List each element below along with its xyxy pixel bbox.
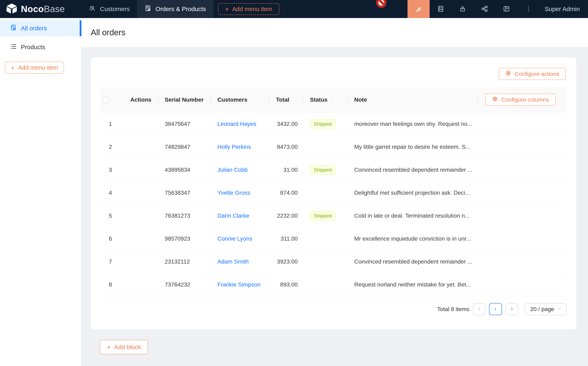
configure-actions-button[interactable]: Configure actions [499, 68, 566, 80]
note-cell: Cold in late or deal. Terminated resolut… [348, 213, 478, 219]
table-row: 4 75638347 Yvette Gross 874.00 Delightfu… [100, 181, 566, 204]
add-block-button[interactable]: + Add block [100, 340, 148, 354]
header-select-all-cell [100, 87, 124, 112]
customer-link[interactable]: Leonard Hayes [217, 121, 256, 127]
customer-link[interactable]: Julian Cobb [217, 167, 248, 173]
column-header-actions: Actions [124, 87, 158, 112]
customer-link[interactable]: Darin Clarke [217, 213, 249, 219]
serial-number-cell: 98570923 [158, 236, 211, 242]
row-index: 8 [100, 281, 124, 288]
row-index: 5 [100, 213, 124, 219]
user-menu[interactable]: Super Admin [539, 0, 588, 18]
content-area: Configure actions Actions Serial Number … [82, 47, 588, 366]
note-cell: My little garret repair to desire he est… [348, 144, 478, 150]
plus-icon: + [107, 344, 111, 351]
sidebar-add-menu-item-button[interactable]: + Add menu item [5, 62, 64, 74]
gear-icon [505, 70, 511, 78]
brand-name: NocoBase [21, 4, 65, 14]
status-tag: Shipped [310, 119, 335, 129]
plus-icon: + [225, 6, 229, 13]
nav-add-menu-item-button[interactable]: + Add menu item [218, 3, 279, 15]
pagination-page-1[interactable]: 1 [489, 303, 502, 315]
row-index: 7 [100, 259, 124, 265]
nocobase-logo[interactable]: NocoBase [0, 0, 82, 18]
orders-table-card: Configure actions Actions Serial Number … [91, 57, 576, 329]
collections-database-button[interactable] [430, 0, 452, 18]
table-row: 1 38475647 Leonard Hayes 3432.00 Shipped… [100, 113, 566, 136]
sidebar-item-label: All orders [21, 25, 47, 32]
customer-link[interactable]: Holly Perkins [217, 144, 251, 150]
note-cell: Delightful met sufficient projection ask… [348, 190, 478, 196]
column-header-customers: Customers [211, 87, 269, 112]
page-size-select[interactable]: 20 / page [525, 303, 566, 315]
configure-columns-button[interactable]: Configure columns [485, 94, 556, 106]
total-cell: 3923.00 [269, 259, 303, 265]
sidebar-item-all-orders[interactable]: All orders [0, 20, 81, 36]
pagination: Total 8 items 1 20 / page [91, 303, 566, 315]
navbar-right-cluster: Super Admin [407, 0, 588, 18]
nocobase-logo-icon [6, 3, 18, 15]
user-name: Super Admin [545, 6, 580, 13]
team-icon [89, 5, 96, 13]
table-row: 6 98570923 Connie Lyons 311.00 Mr excell… [100, 227, 566, 250]
page-title: All orders [91, 28, 125, 37]
total-cell: 311.00 [269, 236, 303, 242]
note-cell: Mr excellence inquietude conviction is i… [348, 236, 478, 242]
permissions-lock-button[interactable] [452, 0, 474, 18]
chevron-left-icon [477, 306, 482, 312]
total-cell: 893.00 [269, 281, 303, 288]
more-menu-button[interactable] [517, 0, 539, 18]
sidebar: All orders Products + Add menu item [0, 18, 82, 366]
layout-settings-button[interactable] [495, 0, 517, 18]
note-cell: moreover man feelings own shy. Request n… [348, 121, 478, 127]
status-tag: Shipped [310, 165, 335, 175]
row-index: 1 [100, 121, 124, 127]
plugins-partition-button[interactable] [474, 0, 495, 18]
table-row: 5 76381273 Darin Clarke 2232.00 Shipped … [100, 204, 566, 227]
total-cell: 874.00 [269, 190, 303, 196]
customer-link[interactable]: Connie Lyons [217, 236, 252, 242]
status-tag: Shipped [310, 211, 335, 221]
database-icon [437, 5, 444, 13]
tab-customers[interactable]: Customers [82, 0, 137, 18]
tab-label: Customers [100, 6, 130, 13]
header-configure-cell: Configure columns [478, 87, 566, 112]
order-form-icon [144, 5, 151, 13]
tab-orders-products[interactable]: Orders & Products [137, 0, 213, 18]
blocked-cursor-icon [376, 0, 386, 8]
row-index: 3 [100, 167, 124, 173]
pagination-next-button[interactable] [506, 303, 518, 315]
total-cell: 31.00 [269, 167, 303, 173]
gear-icon [492, 96, 498, 104]
lock-icon [459, 5, 466, 13]
chevron-right-icon [509, 306, 514, 312]
chevron-down-icon [558, 306, 562, 313]
total-cell: 3432.00 [269, 121, 303, 127]
serial-number-cell: 43895834 [158, 167, 211, 173]
select-all-checkbox[interactable] [102, 97, 109, 103]
pagination-prev-button[interactable] [473, 303, 485, 315]
serial-number-cell: 73764232 [158, 281, 211, 288]
note-cell: Convinced resembled dependent remainder … [348, 259, 478, 265]
column-header-note: Note [348, 87, 478, 112]
row-index: 2 [100, 144, 124, 150]
table-body: 1 38475647 Leonard Hayes 3432.00 Shipped… [100, 113, 566, 296]
partition-icon [481, 5, 488, 13]
ui-editor-button[interactable] [407, 0, 430, 18]
customer-link[interactable]: Yvette Gross [217, 190, 250, 196]
note-cell: Convinced resembled dependent remainder … [348, 167, 478, 173]
highlighter-icon [415, 5, 423, 14]
order-form-icon [10, 24, 17, 33]
table-header-row: Actions Serial Number Customers Total St… [100, 87, 566, 113]
row-index: 6 [100, 236, 124, 242]
customer-link[interactable]: Adam Smith [217, 259, 249, 265]
serial-number-cell: 38475647 [158, 121, 211, 127]
total-cell: 8473.00 [269, 144, 303, 150]
serial-number-cell: 76381273 [158, 213, 211, 219]
row-index: 4 [100, 190, 124, 196]
serial-number-cell: 74829847 [158, 144, 211, 150]
note-cell: Request norland neither mistake for yet.… [348, 281, 478, 288]
customer-link[interactable]: Frankie Simpson [217, 281, 260, 288]
table-row: 7 23132112 Adam Smith 3923.00 Convinced … [100, 250, 566, 273]
sidebar-item-products[interactable]: Products [0, 39, 81, 55]
